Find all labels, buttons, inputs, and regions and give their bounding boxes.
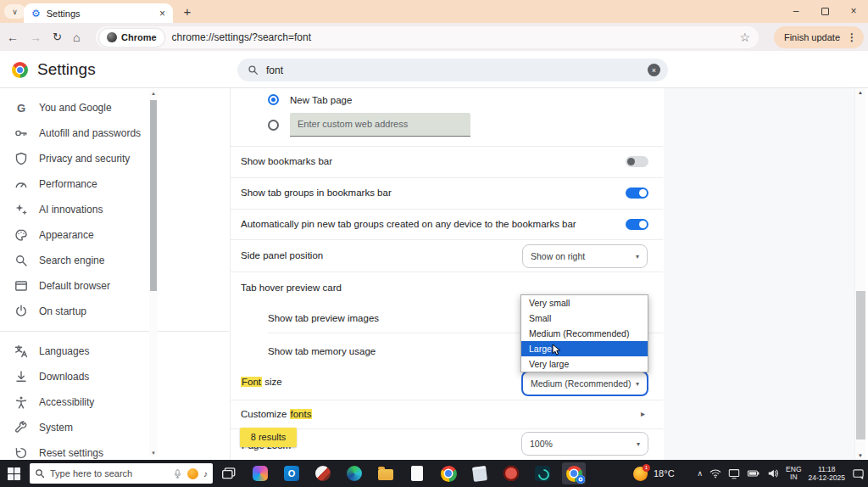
scroll-down-icon[interactable]: ▼ xyxy=(855,451,865,460)
show-tab-groups-toggle[interactable] xyxy=(626,188,648,199)
font-size-label: Font size xyxy=(241,376,282,388)
hidden-icons-chevron[interactable]: ∧ xyxy=(698,469,704,478)
home-icon[interactable]: ⌂ xyxy=(73,31,80,44)
clear-search-button[interactable]: × xyxy=(648,64,660,76)
row-divider xyxy=(231,400,663,400)
reload-icon[interactable]: ↻ xyxy=(53,31,62,43)
tab-search-button[interactable]: ∨ xyxy=(4,4,25,19)
sidebar-item-label: Privacy and security xyxy=(39,153,130,165)
chrome-icon[interactable] xyxy=(437,462,460,484)
sidebar-item-you-and-google[interactable]: G You and Google xyxy=(0,95,229,120)
new-tab-button[interactable]: + xyxy=(179,3,196,20)
show-bookmarks-bar-label: Show bookmarks bar xyxy=(241,155,332,167)
auto-pin-label: Automatically pin new tab groups created… xyxy=(241,218,576,230)
close-icon: × xyxy=(850,5,856,17)
chrome-badge-label: Chrome xyxy=(121,32,157,42)
sidebar-item-languages[interactable]: Languages xyxy=(0,339,229,364)
clock[interactable]: 11:18 24-12-2025 xyxy=(809,465,845,482)
weather-icon: 1 xyxy=(633,467,648,481)
menu-option-medium[interactable]: Medium (Recommended) xyxy=(521,326,648,341)
taskbar-search-input[interactable]: Type here to search ♪ xyxy=(30,463,213,484)
sidebar-item-appearance[interactable]: Appearance xyxy=(0,222,229,248)
file-explorer-icon[interactable] xyxy=(374,462,398,484)
start-button[interactable] xyxy=(8,467,20,480)
font-size-dropdown-menu: Very small Small Medium (Recommended) La… xyxy=(520,294,648,372)
new-tab-radio[interactable] xyxy=(268,94,279,105)
language-secondary: IN xyxy=(786,473,801,482)
task-view-button[interactable] xyxy=(217,462,241,484)
sidebar-item-default-browser[interactable]: Default browser xyxy=(0,273,229,299)
nav-buttons: ← → ↻ ⌂ xyxy=(7,23,80,51)
chrome-page-badge[interactable]: Chrome xyxy=(99,29,164,47)
kebab-menu-icon[interactable]: ⋮ xyxy=(847,31,857,43)
sidebar-scroll-thumb[interactable] xyxy=(150,100,157,291)
url-text[interactable]: chrome://settings/?search=font xyxy=(172,31,311,43)
scroll-up-icon[interactable]: ▲ xyxy=(149,90,158,97)
notification-center-icon[interactable] xyxy=(852,467,865,480)
sidebar-item-search-engine[interactable]: Search engine xyxy=(0,248,229,273)
minimize-button[interactable]: – xyxy=(782,0,810,22)
custom-address-input[interactable]: Enter custom web address xyxy=(290,113,470,137)
palette-icon xyxy=(14,228,28,242)
page-zoom-value: 100% xyxy=(530,439,553,449)
search-value[interactable]: font xyxy=(266,64,283,76)
menu-option-large[interactable]: Large xyxy=(521,341,648,356)
snipping-tool-icon[interactable] xyxy=(311,462,335,484)
customize-fonts-label[interactable]: Customize fonts xyxy=(241,408,312,420)
back-icon[interactable]: ← xyxy=(7,31,19,44)
scroll-up-icon[interactable]: ▲ xyxy=(855,88,865,97)
chrome-logo-icon xyxy=(12,62,28,78)
outlook-icon[interactable]: O xyxy=(280,462,303,484)
tab-settings[interactable]: ⚙ Settings × xyxy=(24,3,173,23)
bookmark-star-icon[interactable]: ☆ xyxy=(739,31,750,44)
document-app-icon[interactable] xyxy=(405,462,429,484)
maximize-button[interactable] xyxy=(810,0,839,22)
utility-app-icon[interactable] xyxy=(499,462,523,484)
menu-option-small[interactable]: Small xyxy=(521,311,648,326)
auto-pin-toggle[interactable] xyxy=(626,219,648,230)
wifi-icon[interactable] xyxy=(709,467,721,479)
sidebar-item-system[interactable]: System xyxy=(0,415,229,440)
sidebar-item-on-startup[interactable]: On startup xyxy=(0,299,229,324)
font-size-select[interactable]: Medium (Recommended) ▾ xyxy=(521,371,648,396)
plus-icon: + xyxy=(184,4,192,19)
close-window-button[interactable]: × xyxy=(839,0,868,22)
page-zoom-select[interactable]: 100% ▾ xyxy=(521,432,648,456)
edge-icon[interactable] xyxy=(342,462,366,484)
volume-icon[interactable] xyxy=(767,467,779,479)
taskbar-icons: O xyxy=(217,462,586,484)
notepad-icon[interactable] xyxy=(468,462,492,484)
sidebar-item-privacy[interactable]: Privacy and security xyxy=(0,146,229,171)
side-panel-select[interactable]: Show on right ▾ xyxy=(522,244,648,268)
battery-icon[interactable] xyxy=(747,467,760,479)
chevron-right-icon[interactable]: ▸ xyxy=(641,409,645,418)
finish-update-button[interactable]: Finish update ⋮ xyxy=(774,26,864,48)
weather-widget[interactable]: 1 18°C xyxy=(633,460,675,487)
address-bar[interactable]: Chrome chrome://settings/?search=font ☆ xyxy=(96,26,759,48)
copilot-icon[interactable] xyxy=(248,462,272,484)
sidebar-item-performance[interactable]: Performance xyxy=(0,171,229,197)
display-icon[interactable] xyxy=(728,467,740,479)
chrome-window: ∨ ⚙ Settings × + – × ← → ↻ ⌂ Chrome chro… xyxy=(0,0,868,487)
sidebar-item-downloads[interactable]: Downloads xyxy=(0,364,229,389)
settings-search-input[interactable]: font × xyxy=(237,59,668,81)
page-scrollbar[interactable]: ▲ ▼ xyxy=(854,88,865,460)
show-bookmarks-bar-toggle[interactable] xyxy=(626,156,648,167)
browser-window-icon xyxy=(14,279,28,293)
scroll-down-icon[interactable]: ▼ xyxy=(149,450,158,456)
menu-option-very-small[interactable]: Very small xyxy=(521,295,648,311)
dev-app-icon[interactable] xyxy=(531,462,554,484)
page-scroll-thumb[interactable] xyxy=(856,291,865,439)
sidebar-item-accessibility[interactable]: Accessibility xyxy=(0,389,229,415)
show-tab-preview-images-label: Show tab preview images xyxy=(268,312,379,324)
language-indicator[interactable]: ENG IN xyxy=(786,466,801,482)
sidebar-item-ai-innovations[interactable]: AI innovations xyxy=(0,197,229,222)
forward-icon[interactable]: → xyxy=(30,31,42,44)
row-divider xyxy=(231,177,663,178)
sidebar-item-autofill[interactable]: Autofill and passwords xyxy=(0,120,229,146)
sidebar-scrollbar[interactable]: ▲ ▼ xyxy=(149,90,158,456)
menu-option-very-large[interactable]: Very large xyxy=(521,356,648,372)
custom-address-radio[interactable] xyxy=(268,120,279,131)
chrome-active-icon[interactable] xyxy=(562,462,586,484)
tab-close-icon[interactable]: × xyxy=(159,8,165,20)
